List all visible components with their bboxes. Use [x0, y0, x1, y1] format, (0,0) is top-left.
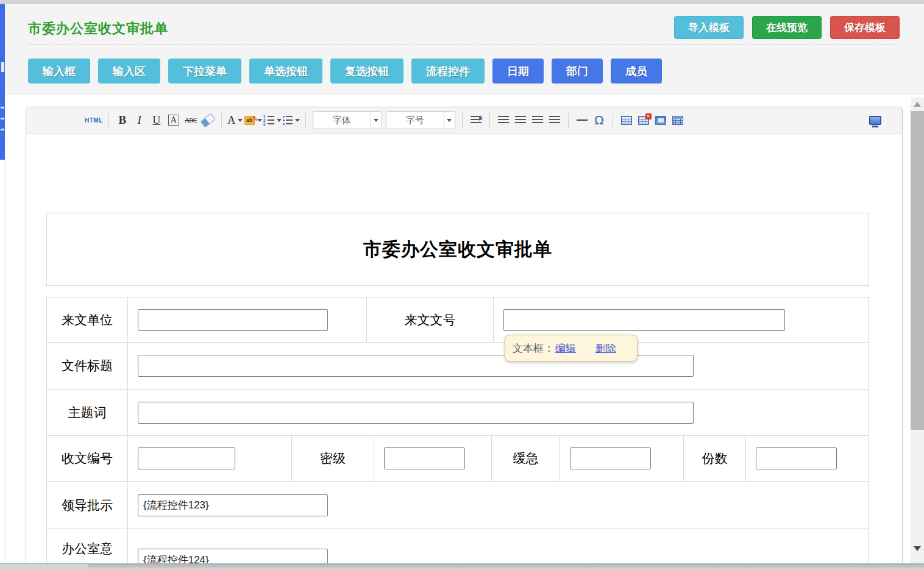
bold-button[interactable]: B	[115, 112, 130, 129]
import-template-button[interactable]: 导入模板	[674, 16, 744, 39]
toolbar-separator	[305, 113, 306, 128]
toolbar-separator	[613, 113, 613, 128]
align-center-icon	[515, 116, 526, 124]
doc-number-input[interactable]	[503, 309, 785, 331]
align-justify-button[interactable]	[547, 112, 563, 129]
insert-table-button[interactable]	[619, 112, 634, 129]
align-right-button[interactable]	[530, 112, 546, 129]
header-divider	[28, 44, 900, 45]
table-delete-icon	[638, 116, 649, 125]
table-properties-button[interactable]	[653, 112, 669, 129]
tooltip-label: 文本框：	[513, 341, 554, 355]
leader-comments-input[interactable]	[138, 494, 328, 516]
unordered-list-button[interactable]	[283, 112, 300, 129]
format-box-button[interactable]: A	[166, 112, 182, 129]
indent-button[interactable]	[468, 112, 484, 129]
ordered-list-icon: 1 2 3	[263, 116, 274, 125]
copies-input[interactable]	[756, 447, 837, 469]
component-department-button[interactable]: 部门	[552, 59, 603, 84]
cell-copies	[746, 436, 869, 482]
form-fields-table: 来文单位 来文文号 文件标题	[46, 297, 869, 570]
italic-button[interactable]: I	[132, 112, 147, 129]
delete-table-button[interactable]	[636, 112, 652, 129]
component-radio-button[interactable]: 单选按钮	[249, 59, 322, 84]
label-incoming-unit: 来文单位	[47, 297, 128, 343]
label-subject-words: 主题词	[47, 390, 128, 436]
table-row: 收文编号 密级 缓急 份数	[47, 436, 869, 482]
dock-fragment-icon	[1, 62, 4, 72]
dock-fragment-icon	[1, 129, 4, 130]
cell-urgency	[560, 436, 684, 482]
toolbar-separator	[568, 113, 569, 128]
cell-receipt-number	[128, 436, 292, 482]
horizontal-scrollbar[interactable]	[0, 563, 924, 570]
label-security-level: 密级	[292, 436, 374, 482]
align-left-icon	[498, 116, 509, 124]
horizontal-rule-icon	[577, 119, 588, 121]
component-checkbox-button[interactable]: 复选按钮	[330, 59, 403, 84]
triangle-down-icon	[914, 546, 921, 551]
editor-canvas[interactable]: 市委办公室收文审批单 来文单位 来文文号 文件标题	[26, 134, 902, 570]
component-member-button[interactable]: 成员	[611, 59, 662, 84]
font-size-select[interactable]: 字号	[386, 111, 455, 129]
subject-words-input[interactable]	[138, 402, 694, 424]
left-dock-strip	[0, 4, 5, 160]
urgency-input[interactable]	[570, 447, 651, 469]
highlight-color-button[interactable]: ab	[244, 112, 262, 129]
header-action-buttons: 导入模板 在线预览 保存模板	[674, 16, 900, 39]
label-doc-number: 来文文号	[367, 297, 494, 343]
table-cells-icon	[672, 116, 683, 125]
chevron-down-icon	[277, 119, 282, 122]
scroll-up-arrow[interactable]	[911, 99, 924, 110]
component-flow-control-button[interactable]: 流程控件	[411, 59, 485, 84]
eraser-icon	[200, 113, 215, 127]
font-color-button[interactable]: A	[227, 112, 243, 129]
component-textarea-button[interactable]: 输入区	[98, 59, 160, 84]
chevron-down-icon	[371, 112, 382, 129]
toolbar-separator	[462, 113, 463, 128]
underline-button[interactable]: U	[149, 112, 165, 129]
label-receipt-number: 收文编号	[47, 436, 128, 482]
delete-control-link[interactable]: 删除	[595, 341, 616, 355]
left-edge-divider	[5, 160, 5, 570]
save-template-button[interactable]: 保存模板	[830, 16, 900, 39]
online-preview-button[interactable]: 在线预览	[752, 16, 822, 39]
component-date-button[interactable]: 日期	[492, 59, 544, 84]
component-dropdown-button[interactable]: 下拉菜单	[168, 59, 241, 84]
vertical-scrollbar-thumb[interactable]	[911, 111, 924, 430]
form-title-cell: 市委办公室收文审批单	[46, 213, 869, 286]
table-row: 领导批示	[47, 482, 869, 529]
app-window: 市委办公室收文审批单 导入模板 在线预览 保存模板 输入框 输入区 下拉菜单 单…	[0, 0, 924, 570]
window-top-edge	[0, 0, 924, 4]
control-edit-tooltip: 文本框： 编辑 删除	[505, 335, 638, 362]
strikethrough-button[interactable]: ABC	[183, 112, 199, 129]
horizontal-scrollbar-thumb[interactable]	[0, 564, 88, 570]
ordered-list-button[interactable]: 1 2 3	[263, 112, 282, 129]
cell-security-level	[374, 436, 492, 482]
toolbar-separator	[108, 113, 109, 128]
vertical-scrollbar[interactable]	[911, 98, 924, 570]
cell-leader-comments	[128, 482, 869, 529]
incoming-unit-input[interactable]	[138, 309, 328, 331]
cell-properties-button[interactable]	[670, 112, 686, 129]
remove-format-button[interactable]	[200, 112, 216, 129]
table-row: 文件标题	[47, 343, 869, 390]
cell-subject-words	[128, 390, 869, 436]
table-row: 来文单位 来文文号	[47, 297, 869, 343]
align-left-button[interactable]	[496, 112, 511, 129]
source-code-button[interactable]: HTML	[85, 112, 103, 129]
horizontal-rule-button[interactable]	[574, 112, 590, 129]
receipt-number-input[interactable]	[138, 447, 235, 469]
dock-fragment-icon	[1, 107, 4, 109]
rich-text-editor: HTML B I U A ABC A ab 1 2 3	[26, 107, 903, 570]
edit-control-link[interactable]: 编辑	[555, 341, 576, 355]
component-input-box-button[interactable]: 输入框	[28, 59, 90, 84]
align-center-button[interactable]	[513, 112, 528, 129]
font-family-select[interactable]: 字体	[313, 111, 382, 129]
fullscreen-button[interactable]	[867, 112, 883, 129]
toolbar-separator	[489, 113, 490, 128]
special-char-button[interactable]: Ω	[591, 112, 607, 129]
toolbar-separator	[221, 113, 222, 128]
security-level-input[interactable]	[384, 447, 465, 469]
scroll-down-arrow[interactable]	[911, 543, 924, 554]
